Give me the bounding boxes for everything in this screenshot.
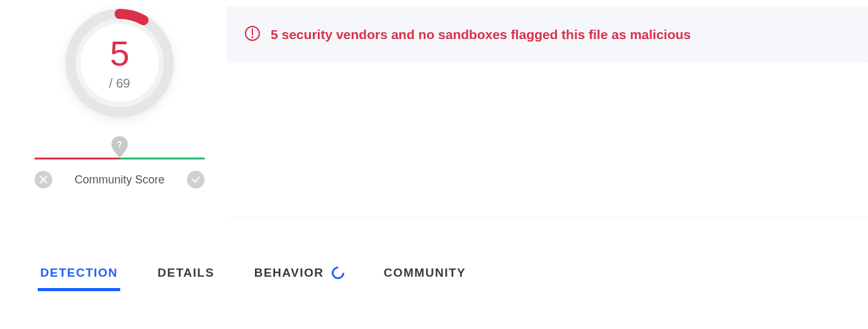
svg-text:?: ?	[117, 139, 123, 149]
tab-community[interactable]: COMMUNITY	[381, 258, 469, 287]
tab-details[interactable]: DETAILS	[155, 258, 217, 287]
score-panel: 5 / 69 ? Community Score	[25, 6, 214, 188]
check-circle-icon[interactable]	[187, 171, 205, 188]
question-pin-icon: ?	[111, 136, 128, 160]
tab-bar: DETECTION DETAILS BEHAVIOR COMMUNITY	[0, 258, 868, 287]
tab-label: COMMUNITY	[384, 266, 466, 280]
alert-text: 5 security vendors and no sandboxes flag…	[271, 27, 691, 42]
main-panel: 5 security vendors and no sandboxes flag…	[227, 6, 868, 217]
tab-label: DETAILS	[157, 266, 214, 280]
score-gauge: 5 / 69	[63, 6, 176, 120]
x-circle-icon[interactable]	[35, 171, 52, 188]
details-area	[227, 63, 868, 217]
svg-point-5	[252, 37, 254, 38]
malicious-alert: 5 security vendors and no sandboxes flag…	[227, 6, 868, 63]
loading-spinner-icon	[329, 264, 346, 282]
community-score-indicator: ? Community Score	[35, 158, 205, 188]
community-score-label: Community Score	[74, 173, 164, 187]
tab-label: DETECTION	[40, 266, 118, 280]
tab-behavior[interactable]: BEHAVIOR	[252, 258, 347, 287]
tab-label: BEHAVIOR	[254, 266, 324, 280]
detection-total: / 69	[109, 76, 130, 91]
alert-circle-icon	[244, 25, 261, 44]
tab-detection[interactable]: DETECTION	[38, 258, 120, 287]
detection-count: 5	[110, 36, 129, 71]
